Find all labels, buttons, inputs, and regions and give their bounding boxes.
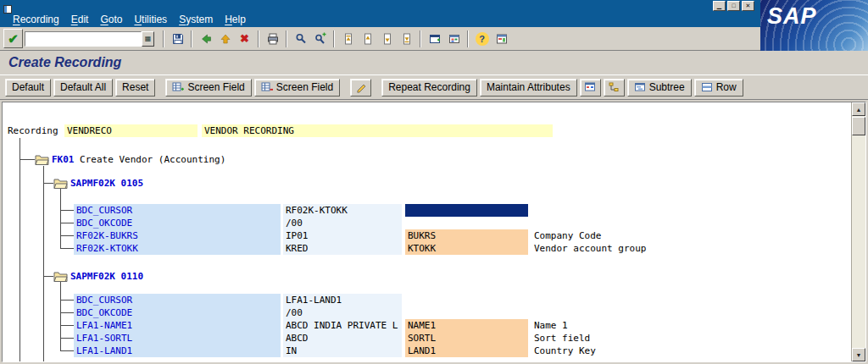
menu-item-edit[interactable]: Edit: [65, 14, 95, 25]
field-name-cell: LFA1-NAME1: [74, 319, 281, 332]
subtree-button[interactable]: Subtree: [627, 79, 692, 97]
screen-node[interactable]: SAPMF02K 0110: [3, 270, 850, 283]
customize-layout-button[interactable]: [492, 29, 511, 48]
field-row: BDC_CURSOR LFA1-LAND1: [3, 294, 850, 306]
create-shortcut-icon: [448, 32, 461, 46]
row-icon: [701, 81, 713, 93]
transaction-node[interactable]: FK01 Create Vendor (Accounting): [3, 153, 850, 166]
minimize-button[interactable]: ▁: [713, 1, 726, 11]
toolbar-separator: [286, 30, 287, 47]
scroll-thumb[interactable]: [852, 117, 865, 135]
edit-button[interactable]: [350, 79, 371, 97]
vertical-scrollbar[interactable]: ▲ ▼: [851, 102, 865, 361]
field-name-cell: BDC_OKCODE: [74, 306, 281, 319]
command-field-dropdown-icon[interactable]: ▦: [142, 31, 154, 47]
maintain-attributes-button[interactable]: Maintain Attributes: [480, 79, 577, 97]
field-name-cell: BDC_CURSOR: [74, 204, 281, 217]
close-button[interactable]: ✕: [742, 1, 754, 11]
row-button[interactable]: Row: [694, 79, 743, 97]
insert-screen-field-button[interactable]: Screen Field: [165, 79, 251, 97]
command-field[interactable]: [25, 31, 142, 47]
window-app-icon: [3, 2, 12, 17]
edit-pencil-icon: [355, 81, 367, 93]
previous-page-icon: [361, 32, 375, 46]
create-shortcut-button[interactable]: [444, 29, 464, 48]
toolbar-separator: [333, 30, 335, 47]
screen-node[interactable]: SAPMF02K 0105: [3, 177, 850, 190]
insert-screen-field-label: Screen Field: [187, 81, 244, 93]
field-code-cell: KTOKK: [405, 242, 528, 255]
menu-item-recording[interactable]: Recording: [7, 14, 65, 25]
menu-item-utilities[interactable]: Utilities: [128, 14, 173, 25]
maximize-button[interactable]: □: [727, 1, 740, 11]
field-value-cell[interactable]: /00: [283, 306, 402, 319]
recording-description-field[interactable]: VENDOR RECORDING: [202, 124, 553, 137]
field-value-cell[interactable]: ABCD: [283, 332, 402, 345]
field-row: LFA1-LAND1 IN LAND1 Country Key: [3, 345, 850, 357]
scroll-up-button[interactable]: ▲: [852, 102, 865, 116]
delete-screen-field-label: Screen Field: [276, 81, 333, 93]
toolbar-separator: [258, 30, 259, 47]
field-value-cell[interactable]: RF02K-KTOKK: [283, 204, 402, 217]
help-icon: ?: [476, 32, 489, 46]
table-view-button[interactable]: [580, 79, 601, 97]
hierarchy-view-icon: [608, 81, 620, 93]
new-session-button[interactable]: [425, 29, 444, 48]
default-all-button[interactable]: Default All: [53, 79, 113, 97]
field-value-cell[interactable]: IP01: [283, 229, 402, 242]
cancel-button[interactable]: ✖: [235, 29, 254, 48]
toolbar-separator: [163, 30, 164, 47]
field-value-cell[interactable]: IN: [283, 345, 402, 357]
field-name-cell: BDC_OKCODE: [74, 217, 281, 229]
scroll-down-button[interactable]: ▼: [852, 348, 865, 361]
field-name-cell: BDC_CURSOR: [74, 294, 281, 306]
field-description: Vendor account group: [531, 242, 648, 255]
window-controls: ▁ □ ✕: [713, 1, 754, 11]
recording-name-field[interactable]: VENDRECO: [64, 124, 198, 137]
hierarchy-view-button[interactable]: [604, 79, 625, 97]
field-description: Name 1: [531, 319, 570, 332]
field-row: LFA1-SORTL ABCD SORTL Sort field: [3, 332, 850, 345]
find-next-icon: [314, 32, 327, 46]
next-page-button[interactable]: [377, 29, 397, 48]
enter-button[interactable]: ✔: [3, 29, 23, 48]
field-name-cell: RF02K-KTOKK: [74, 242, 281, 255]
reset-button[interactable]: Reset: [115, 79, 155, 97]
field-description: Country Key: [531, 345, 598, 357]
last-page-button[interactable]: [397, 29, 416, 48]
selected-field-cell[interactable]: [405, 204, 528, 217]
help-button[interactable]: ?: [472, 29, 492, 48]
default-all-button-label: Default All: [60, 81, 106, 93]
repeat-recording-button[interactable]: Repeat Recording: [381, 79, 477, 97]
enter-check-icon: ✔: [8, 31, 19, 47]
reset-button-label: Reset: [122, 81, 148, 93]
cancel-x-icon: ✖: [240, 32, 249, 45]
toolbar-separator: [191, 30, 192, 47]
field-value-cell[interactable]: ABCD INDIA PRIVATE L: [283, 319, 402, 332]
window-title-strip: ▁ □ ✕: [0, 0, 868, 12]
menu-item-goto[interactable]: Goto: [94, 14, 128, 25]
first-page-button[interactable]: [338, 29, 358, 48]
menu-item-system[interactable]: System: [173, 14, 219, 25]
back-button[interactable]: [196, 29, 215, 48]
save-button[interactable]: [168, 29, 187, 48]
find-icon: [294, 32, 308, 46]
delete-screen-field-button[interactable]: Screen Field: [254, 79, 340, 97]
field-value-cell[interactable]: LFA1-LAND1: [283, 294, 402, 306]
field-value-cell[interactable]: /00: [283, 217, 402, 229]
application-toolbar: Default Default All Reset Screen Field S…: [0, 74, 868, 100]
recording-tree-panel: Recording VENDRECO VENDOR RECORDING: [2, 102, 866, 362]
menu-item-help[interactable]: Help: [219, 14, 252, 25]
print-button[interactable]: [263, 29, 282, 48]
find-next-button[interactable]: [310, 29, 330, 48]
find-button[interactable]: [291, 29, 310, 48]
previous-page-button[interactable]: [358, 29, 377, 48]
default-button[interactable]: Default: [5, 79, 51, 97]
field-row: RF02K-KTOKK KRED KTOKK Vendor account gr…: [3, 242, 850, 255]
last-page-icon: [400, 32, 414, 46]
transaction-code: FK01: [52, 154, 75, 165]
exit-arrow-icon: [219, 32, 232, 46]
exit-button[interactable]: [215, 29, 235, 48]
field-value-cell[interactable]: KRED: [283, 242, 402, 255]
new-session-icon: [428, 32, 442, 46]
